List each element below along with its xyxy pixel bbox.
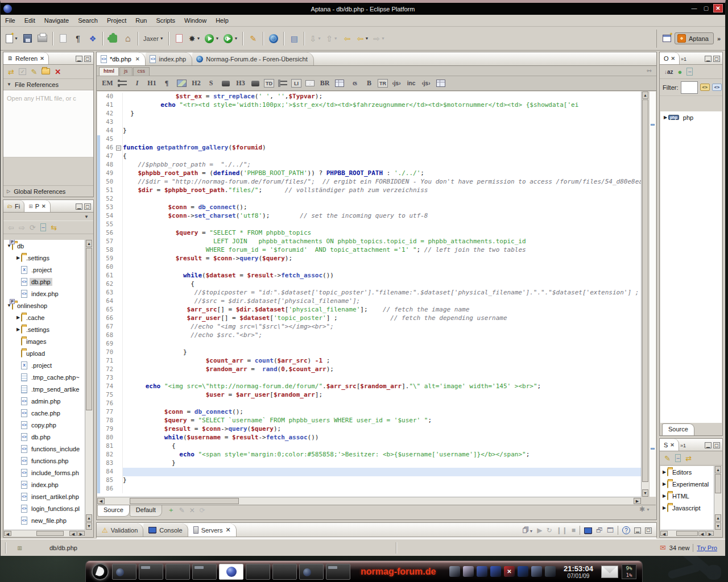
code-text[interactable]	[123, 135, 641, 144]
fold-gutter[interactable]	[115, 212, 123, 221]
fold-gutter[interactable]	[115, 289, 123, 297]
editor-tab[interactable]: <>*db.php✕	[97, 52, 146, 65]
menu-item-scripts[interactable]: Scripts	[151, 15, 180, 26]
fold-gutter[interactable]	[115, 255, 123, 263]
view-menu-icon[interactable]: ▼	[84, 214, 89, 219]
line-number[interactable]: 67	[100, 323, 115, 331]
tree-item[interactable]: .tmp_cache.php~	[4, 371, 85, 383]
code-text[interactable]: }	[123, 348, 641, 357]
line-number[interactable]: 78	[100, 417, 115, 425]
snippets-horizontal-scrollbar[interactable]: ◀ ◀ ▶	[660, 530, 714, 537]
print-button[interactable]	[36, 32, 49, 45]
edit-icon[interactable]: ✎	[179, 506, 185, 514]
code-text[interactable]: }	[123, 110, 641, 118]
line-number[interactable]: 66	[100, 314, 115, 323]
line-number[interactable]: 51	[100, 186, 115, 195]
add-icon[interactable]: ＋	[168, 505, 175, 515]
line-number[interactable]: 72	[100, 365, 115, 374]
start-server-icon[interactable]: ▶	[537, 526, 542, 534]
plugins-button[interactable]	[106, 32, 120, 45]
external-tools-button[interactable]	[172, 32, 186, 45]
maximize-view-icon[interactable]: ▢	[713, 56, 720, 62]
code-text[interactable]: //$dir = "http://normag-forum.de/forum/f…	[123, 178, 641, 186]
refresh-icon[interactable]: ⇄	[685, 454, 692, 463]
line-number[interactable]: 40	[100, 93, 115, 101]
scroll-left2-icon[interactable]: ◀	[69, 531, 77, 536]
mail-button[interactable]	[304, 78, 316, 89]
browser-tray-icon[interactable]	[518, 566, 528, 577]
save-button[interactable]	[21, 32, 35, 45]
code-text[interactable]: $result = $conn->query($query);	[123, 425, 641, 434]
line-number[interactable]: 70	[100, 348, 115, 357]
editor-horizontal-scrollbar[interactable]: ◀ ▶	[97, 497, 641, 505]
code-text[interactable]	[123, 400, 641, 408]
line-number[interactable]: 80	[100, 434, 115, 442]
scroll-up-icon[interactable]: ▲	[715, 466, 721, 473]
display-tray-icon[interactable]	[545, 566, 556, 577]
open-resource-button[interactable]	[56, 32, 70, 45]
browser-button[interactable]	[267, 32, 280, 45]
close-icon[interactable]: ✕	[670, 442, 675, 448]
line-number[interactable]: 76	[100, 400, 115, 408]
fold-gutter[interactable]	[115, 365, 123, 374]
expand-arrow-icon[interactable]: ▶	[661, 505, 667, 510]
code-text[interactable]: //$topicposter = "id:".$dataset['topic_p…	[123, 289, 641, 297]
strike-button[interactable]: S	[205, 78, 217, 89]
table-grid-button[interactable]	[435, 78, 447, 89]
js-open-button[interactable]: ‹js›	[390, 78, 403, 89]
menu-item-navigate[interactable]: Navigate	[40, 15, 73, 26]
code-text[interactable]: $random_arr = rand(0,$count_arr);	[123, 365, 641, 374]
expand-arrow-icon[interactable]: ▶	[661, 481, 667, 487]
code-text[interactable]: {	[123, 280, 641, 289]
expand-arrow-icon[interactable]: ▶	[661, 493, 667, 498]
fold-gutter[interactable]	[115, 161, 123, 169]
tree-item[interactable]: ▶.settings	[4, 252, 85, 264]
line-number[interactable]: 43	[100, 118, 115, 127]
panel-tab-validation[interactable]: ⚠Validation	[97, 523, 143, 537]
aptana-perspective-button[interactable]: Aptana	[675, 32, 714, 44]
try-pro-link[interactable]: Try Pro	[697, 544, 717, 551]
open-perspective-icon[interactable]	[663, 35, 671, 42]
package-tray-icon[interactable]	[531, 566, 542, 577]
editor-bottom-tab-default[interactable]: Default	[130, 505, 162, 517]
close-button[interactable]: ✕	[713, 4, 723, 13]
line-number[interactable]: 50	[100, 178, 115, 186]
br-button[interactable]: BR	[318, 78, 331, 89]
line-number[interactable]: 42	[100, 110, 115, 118]
code-text[interactable]: $conn->set_charset('utf8'); // set the i…	[123, 212, 641, 221]
filter-dot-icon[interactable]: ●	[678, 68, 682, 76]
taskbar-window-button[interactable]	[299, 564, 324, 580]
line-number[interactable]: 75	[100, 391, 115, 400]
tree-item[interactable]: <>db.php	[4, 431, 85, 443]
fold-gutter[interactable]	[115, 169, 123, 178]
line-number[interactable]: 60	[100, 263, 115, 272]
taskbar-window-button[interactable]	[272, 564, 297, 580]
code-text[interactable]: }	[123, 127, 641, 135]
line-number[interactable]: 62	[100, 280, 115, 289]
scroll-right-icon[interactable]: ▶	[706, 531, 714, 536]
scroll-down-icon[interactable]: ▼	[86, 522, 92, 530]
line-number[interactable]: 49	[100, 169, 115, 178]
show-js-tags-icon[interactable]: <>	[712, 84, 722, 91]
paragraph-button[interactable]: ¶	[160, 78, 173, 89]
outline-source-tab[interactable]: Source	[662, 423, 694, 435]
include-button[interactable]: inc	[405, 78, 417, 89]
global-references-section[interactable]: ▷Global References	[3, 185, 93, 197]
fold-gutter[interactable]	[115, 314, 123, 323]
messages-count[interactable]: 34 new	[669, 544, 689, 551]
fold-gutter[interactable]	[115, 442, 123, 451]
chat-tray-icon[interactable]: ✕	[504, 566, 515, 577]
tree-item[interactable]: <>include_forms.ph	[4, 467, 85, 479]
code-text[interactable]: }	[123, 476, 641, 485]
fold-gutter[interactable]	[115, 476, 123, 485]
code-text[interactable]: }	[123, 459, 641, 468]
line-number[interactable]: 56	[100, 229, 115, 238]
fold-gutter[interactable]	[115, 186, 123, 195]
fold-gutter[interactable]	[115, 340, 123, 348]
mail-tray-icon[interactable]	[601, 566, 618, 578]
fold-gutter[interactable]	[115, 101, 123, 110]
scroll-down-icon[interactable]: ▼	[715, 522, 721, 530]
fold-gutter[interactable]	[115, 357, 123, 365]
fold-gutter[interactable]	[115, 434, 123, 442]
line-number[interactable]: 68	[100, 331, 115, 340]
